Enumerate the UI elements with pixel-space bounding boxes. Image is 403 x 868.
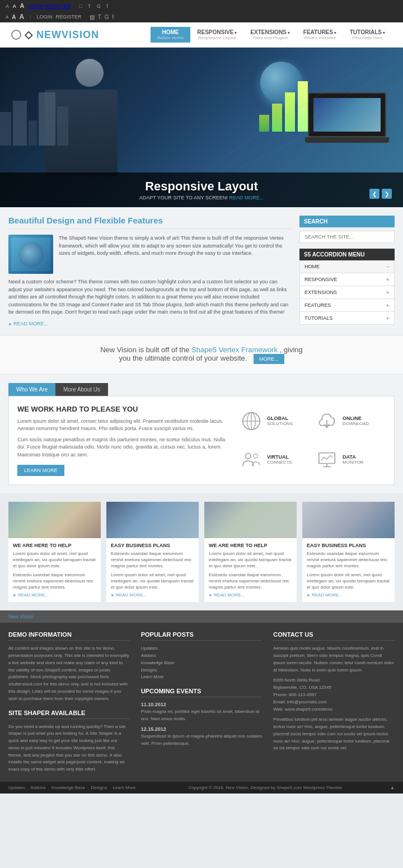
- city-buildings: [0, 90, 112, 146]
- col-4-read-more[interactable]: READ MORE...: [307, 592, 390, 598]
- four-columns: WE ARE HERE TO HELP Lorem ipsum dolor si…: [0, 493, 403, 610]
- nav-tutorials[interactable]: TUTORIALS▾ Find Help Here: [343, 27, 392, 43]
- tab-left-content: WE WORK HARD TO PLEASE YOU Lorem ipsum d…: [17, 405, 232, 477]
- sidebar-item-home-label: HOME: [304, 264, 320, 269]
- sidebar-item-home[interactable]: HOME −: [299, 260, 395, 273]
- google-icon[interactable]: G: [97, 3, 101, 9]
- framework-more-btn[interactable]: MORE...: [254, 354, 284, 364]
- font-size-small[interactable]: A: [6, 3, 9, 9]
- footer-col-1-text: All content and images shown on this sit…: [8, 645, 130, 702]
- feature-online-text: ONLINE DOWNLOAD: [343, 416, 369, 426]
- hero-next-button[interactable]: ❯: [382, 189, 392, 199]
- col-1-text2: Estesedu usandae itaque earumrum rershit…: [13, 572, 96, 591]
- col-1-text1: Lorem ipsum dolor sit amet, mel quod int…: [13, 550, 96, 570]
- footer-link-learn-more[interactable]: Learn More: [141, 674, 263, 681]
- rss-icon[interactable]: □: [79, 3, 82, 9]
- register-link[interactable]: REGISTER: [45, 3, 71, 9]
- footer-top-bar: New Vision: [0, 610, 403, 623]
- col-4-image: [302, 502, 395, 538]
- footer-bottom-updates[interactable]: Updates: [8, 785, 25, 790]
- content-para-2: Need a custom color scheme? This theme c…: [8, 278, 291, 316]
- main-heading: Beautiful Design and Flexible Features: [8, 216, 291, 229]
- content-text: The Shape5 New Vision theme is simply a …: [59, 235, 291, 274]
- footer-popular-posts-title: POPULAR POSTS: [141, 631, 263, 641]
- footer-site-shaper-text: Do you need a website up and running qui…: [8, 724, 130, 774]
- nav-home[interactable]: HOME Return Home: [151, 27, 191, 43]
- footer-bottom-designs[interactable]: Designs: [91, 785, 107, 790]
- footer-link-knowledge-base[interactable]: Knowledge Base: [141, 660, 263, 667]
- col-1-read-more[interactable]: READ MORE...: [13, 592, 96, 598]
- learn-more-button[interactable]: LEARN MORE: [17, 465, 64, 476]
- nav-features[interactable]: FEATURES▾ What's Included: [297, 27, 343, 43]
- login-link[interactable]: LOGIN: [28, 3, 44, 9]
- facebook-icon[interactable]: f: [107, 3, 109, 9]
- tab-who-we-are[interactable]: Who We Are: [8, 383, 55, 396]
- top-bar-left: A A A LOGIN REGISTER □ T G f: [6, 2, 113, 9]
- footer-brand-link[interactable]: New Vision: [8, 614, 34, 619]
- font-medium-label[interactable]: A: [12, 14, 16, 20]
- sidebar-item-features[interactable]: FEATURES +: [299, 299, 395, 312]
- google-icon-top[interactable]: G: [105, 14, 109, 20]
- col-3-title: WE ARE HERE TO HELP: [209, 543, 292, 548]
- event-1-date: 11.10.2012: [141, 702, 263, 707]
- hero-cityscape: [0, 90, 112, 146]
- nav-responsive-sub: Responsive Layout: [197, 35, 237, 40]
- event-2-text: Suspendisse in ipsum ut magna pharetra a…: [141, 733, 263, 748]
- twitter-icon-top[interactable]: T: [98, 14, 101, 20]
- footer-bottom-knowledge-base[interactable]: Knowledge Base: [51, 785, 85, 790]
- framework-band: New Vision is built off of the Shape5 Ve…: [0, 335, 403, 375]
- hero-prev-button[interactable]: ❮: [369, 189, 379, 199]
- nav-tutorials-sub: Find Help Here: [350, 35, 385, 40]
- footer-link-designs[interactable]: Designs: [141, 667, 263, 674]
- font-size-large[interactable]: A: [20, 2, 25, 9]
- content-para-1: The Shape5 New Vision theme is simply a …: [59, 235, 291, 258]
- feature-data-text: DATA MONITOR: [343, 454, 364, 465]
- col-3-read-more[interactable]: READ MORE...: [209, 592, 292, 598]
- login-top[interactable]: LOGIN: [37, 14, 53, 20]
- tab-content-flex: WE WORK HARD TO PLEASE YOU Lorem ipsum d…: [17, 405, 386, 477]
- font-small-label[interactable]: A: [6, 15, 8, 20]
- footer-city: Bigtownville, CO, USA 12345: [273, 684, 395, 692]
- social-icons: □ T G f: [77, 3, 110, 9]
- sidebar-item-tutorials-label: TUTORIALS: [304, 315, 332, 321]
- nav-extensions[interactable]: EXTENSIONS▾ Tools and Plugins: [243, 27, 296, 43]
- scroll-top-icon[interactable]: ▲: [390, 785, 395, 790]
- twitter-icon[interactable]: T: [88, 3, 91, 9]
- footer-bottom-learn-more[interactable]: Learn More: [113, 785, 135, 790]
- footer-address: 6399 North Wells Road: [273, 677, 395, 684]
- footer-link-addons[interactable]: Addons: [141, 652, 263, 660]
- sidebar-item-extensions[interactable]: EXTENSIONS +: [299, 286, 395, 299]
- facebook-icon-top[interactable]: f: [113, 14, 114, 20]
- footer-phone: Phone: 800-123-4567: [273, 692, 395, 699]
- font-size-medium[interactable]: A: [13, 3, 17, 9]
- col-3-image: [204, 502, 297, 538]
- sidebar-item-responsive[interactable]: RESPONSIVE +: [299, 273, 395, 286]
- tab-content: WE WORK HARD TO PLEASE YOU Lorem ipsum d…: [8, 396, 395, 486]
- monitor-icon: [316, 449, 338, 471]
- sidebar-search-input[interactable]: [299, 231, 395, 243]
- footer-bottom-addons[interactable]: Addons: [31, 785, 46, 790]
- col-2-title: EASY BUSINESS PLANS: [111, 543, 194, 548]
- nav-tutorials-label: TUTORIALS▾: [350, 29, 385, 35]
- tab-features-grid: GLOBAL SOLUTIONS ONLINE: [240, 405, 386, 477]
- footer-main: DEMO INFORMATION All content and images …: [0, 623, 403, 782]
- col-2-read-more[interactable]: READ MORE...: [111, 592, 194, 598]
- column-4: EASY BUSINESS PLANS Estesedu usandae ita…: [302, 502, 395, 602]
- main-read-more[interactable]: READ MORE...: [8, 321, 291, 326]
- logo[interactable]: ◇ NEWVISION: [11, 29, 99, 41]
- building-5: [57, 106, 68, 146]
- nav-responsive-label: RESPONSIVE▾: [197, 29, 237, 35]
- lines-svg: [207, 48, 403, 171]
- tab-more-about-us[interactable]: More About Us: [55, 383, 108, 396]
- font-large-label[interactable]: A: [20, 13, 25, 21]
- rss-icon-top[interactable]: ▧: [90, 14, 95, 20]
- event-1-text: Proin magna mi, porttitor eget lobortis …: [141, 708, 263, 723]
- footer-link-updates[interactable]: Updates: [141, 645, 263, 652]
- footer-site-shaper: SITE SHAPER AVAILABLE Do you need a webs…: [8, 710, 130, 774]
- hero-read-more[interactable]: READ MORE...: [229, 195, 264, 200]
- nav-responsive[interactable]: RESPONSIVE▾ Responsive Layout: [190, 27, 243, 43]
- sidebar-item-tutorials[interactable]: TUTORIALS +: [299, 312, 395, 325]
- register-top[interactable]: REGISTER: [56, 14, 82, 20]
- col-4-image-inner: [302, 502, 395, 538]
- framework-link[interactable]: Shape5 Vertex Framework: [191, 346, 278, 354]
